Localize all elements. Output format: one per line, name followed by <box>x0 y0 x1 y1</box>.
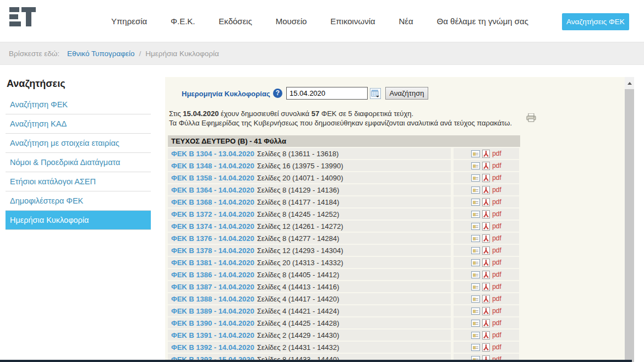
pdf-file-icon[interactable] <box>482 331 490 339</box>
html-view-icon[interactable] <box>471 283 480 290</box>
pdf-text-link[interactable]: pdf <box>492 259 501 266</box>
pdf-text-link[interactable]: pdf <box>492 343 501 351</box>
fek-issue-link[interactable]: ΦΕΚ Β 1374 - 14.04.2020 <box>171 222 254 231</box>
fek-issue-link[interactable]: ΦΕΚ Β 1388 - 14.04.2020 <box>171 295 254 303</box>
fek-issue-link[interactable]: ΦΕΚ Β 1368 - 14.04.2020 <box>171 198 254 206</box>
pdf-file-icon[interactable] <box>482 162 490 170</box>
vertical-scrollbar[interactable] <box>625 77 634 362</box>
pdf-file-icon[interactable] <box>482 186 490 194</box>
pdf-text-link[interactable]: pdf <box>492 295 501 303</box>
fek-issue-link[interactable]: ΦΕΚ Β 1391 - 14.04.2020 <box>171 331 254 339</box>
sidebar-item-nomoi-diatagmata[interactable]: Νόμοι & Προεδρικά Διατάγματα <box>6 153 151 172</box>
html-view-icon[interactable] <box>471 271 480 278</box>
pdf-text-link[interactable]: pdf <box>492 150 501 157</box>
nav-item-nea[interactable]: Νέα <box>399 17 413 26</box>
nav-item-feedback[interactable]: Θα θέλαμε τη γνώμη σας <box>437 17 528 26</box>
html-view-icon[interactable] <box>471 259 480 266</box>
pdf-text-link[interactable]: pdf <box>492 234 501 242</box>
pdf-file-icon[interactable] <box>482 174 490 182</box>
fek-searches-button[interactable]: Αναζητήσεις ΦΕΚ <box>562 13 629 30</box>
fek-issue-link[interactable]: ΦΕΚ Β 1378 - 14.04.2020 <box>171 246 254 255</box>
pdf-file-icon[interactable] <box>482 198 490 206</box>
pdf-file-icon[interactable] <box>482 222 490 231</box>
sidebar-item-imerisia-kykloforia[interactable]: Ημερήσια Κυκλοφορία <box>6 211 151 230</box>
fek-issue-link[interactable]: ΦΕΚ Β 1387 - 14.04.2020 <box>171 283 254 291</box>
html-view-icon[interactable] <box>471 332 480 339</box>
et-logo-svg <box>8 6 37 28</box>
pdf-file-icon[interactable] <box>482 319 490 327</box>
pdf-file-icon[interactable] <box>482 343 490 352</box>
help-icon[interactable]: ? <box>273 89 282 98</box>
fek-issue-pages: Σελίδες 4 (14425 - 14428) <box>257 319 339 327</box>
fek-issue-link[interactable]: ΦΕΚ Β 1364 - 14.04.2020 <box>171 186 254 194</box>
html-view-icon[interactable] <box>471 320 480 327</box>
html-view-icon[interactable] <box>471 150 480 157</box>
sidebar-item-anazitisi-fek[interactable]: Αναζήτηση ΦΕΚ <box>6 95 151 114</box>
pdf-file-icon[interactable] <box>482 283 490 291</box>
html-view-icon[interactable] <box>471 235 480 242</box>
nav-item-ypiresia[interactable]: Υπηρεσία <box>111 17 147 26</box>
pdf-text-link[interactable]: pdf <box>492 331 501 339</box>
fek-issue-link[interactable]: ΦΕΚ Β 1372 - 14.04.2020 <box>171 210 254 218</box>
fek-issue-link[interactable]: ΦΕΚ Β 1381 - 14.04.2020 <box>171 259 254 267</box>
pdf-file-icon[interactable] <box>482 150 490 158</box>
nav-item-mouseio[interactable]: Μουσείο <box>276 17 307 26</box>
fek-issue-link[interactable]: ΦΕΚ Β 1392 - 14.04.2020 <box>171 343 254 352</box>
circulation-date-input[interactable] <box>286 87 368 100</box>
scrollbar-thumb[interactable] <box>625 89 634 362</box>
pdf-text-link[interactable]: pdf <box>492 210 501 218</box>
fek-issue-link[interactable]: ΦΕΚ Β 1386 - 14.04.2020 <box>171 271 254 279</box>
fek-issue-link[interactable]: ΦΕΚ Β 1358 - 14.04.2020 <box>171 174 254 182</box>
html-view-icon[interactable] <box>471 308 480 315</box>
issue-row: ΦΕΚ Β 1358 - 14.04.2020 Σελίδες 20 (1407… <box>168 172 520 183</box>
pdf-text-link[interactable]: pdf <box>492 271 501 278</box>
pdf-text-link[interactable]: pdf <box>492 186 501 194</box>
fek-issue-link[interactable]: ΦΕΚ Β 1348 - 14.04.2020 <box>171 162 254 170</box>
fek-issue-link[interactable]: ΦΕΚ Β 1390 - 14.04.2020 <box>171 319 254 327</box>
pdf-file-icon[interactable] <box>482 307 490 315</box>
sidebar-item-anazitisi-kad[interactable]: Αναζήτηση ΚΑΔ <box>6 114 151 134</box>
pdf-file-icon[interactable] <box>482 234 490 243</box>
pdf-text-link[interactable]: pdf <box>492 198 501 206</box>
et-logo-icon[interactable] <box>8 6 37 28</box>
sidebar-item-dimofilestera-fek[interactable]: Δημοφιλέστερα ΦΕΚ <box>6 191 151 211</box>
html-view-icon[interactable] <box>471 187 480 194</box>
scrollbar-up-arrow-icon[interactable] <box>625 77 634 89</box>
pdf-file-icon[interactable] <box>482 295 490 303</box>
issue-row-actions: pdf <box>454 172 519 183</box>
pdf-file-icon[interactable] <box>482 271 490 279</box>
search-button[interactable]: Αναζήτηση <box>385 87 428 100</box>
pdf-text-link[interactable]: pdf <box>492 307 501 315</box>
issue-row: ΦΕΚ Β 1364 - 14.04.2020 Σελίδες 8 (14129… <box>168 184 520 195</box>
html-view-icon[interactable] <box>471 199 480 206</box>
pdf-file-icon[interactable] <box>482 259 490 267</box>
nav-item-ekdoseis[interactable]: Εκδόσεις <box>219 17 252 26</box>
calendar-picker-icon[interactable] <box>370 88 381 99</box>
html-view-icon[interactable] <box>471 295 480 303</box>
html-view-icon[interactable] <box>471 211 480 218</box>
print-icon[interactable] <box>526 113 537 122</box>
fek-issue-link[interactable]: ΦΕΚ Β 1389 - 14.04.2020 <box>171 307 254 315</box>
pdf-text-link[interactable]: pdf <box>492 319 501 327</box>
fek-issue-link[interactable]: ΦΕΚ Β 1304 - 13.04.2020 <box>171 150 254 158</box>
html-view-icon[interactable] <box>471 247 480 254</box>
html-view-icon[interactable] <box>471 174 480 182</box>
pdf-file-icon[interactable] <box>482 210 490 218</box>
nav-item-fek[interactable]: Φ.Ε.Κ. <box>171 17 195 26</box>
nav-item-epikoinonia[interactable]: Επικοινωνία <box>330 17 375 26</box>
breadcrumb-home-link[interactable]: Εθνικό Τυπογραφείο <box>67 50 134 58</box>
html-view-icon[interactable] <box>471 223 480 230</box>
html-view-icon[interactable] <box>471 162 480 169</box>
sidebar-item-katalogoi-asep[interactable]: Ετήσιοι κατάλογοι ΑΣΕΠ <box>6 172 151 191</box>
pdf-text-link[interactable]: pdf <box>492 246 501 254</box>
issue-row: ΦΕΚ Β 1368 - 14.04.2020 Σελίδες 8 (14177… <box>168 196 520 207</box>
sidebar-item-stoixeia-etairias[interactable]: Αναζήτηση με στοιχεία εταιρίας <box>6 134 151 153</box>
breadcrumb: Βρίσκεστε εδώ: Εθνικό Τυπογραφείο / Ημερ… <box>0 42 644 65</box>
pdf-text-link[interactable]: pdf <box>492 222 501 230</box>
pdf-file-icon[interactable] <box>482 246 490 255</box>
pdf-text-link[interactable]: pdf <box>492 162 501 169</box>
fek-issue-link[interactable]: ΦΕΚ Β 1376 - 14.04.2020 <box>171 234 254 243</box>
html-view-icon[interactable] <box>471 344 480 351</box>
pdf-text-link[interactable]: pdf <box>492 174 501 182</box>
pdf-text-link[interactable]: pdf <box>492 283 501 290</box>
